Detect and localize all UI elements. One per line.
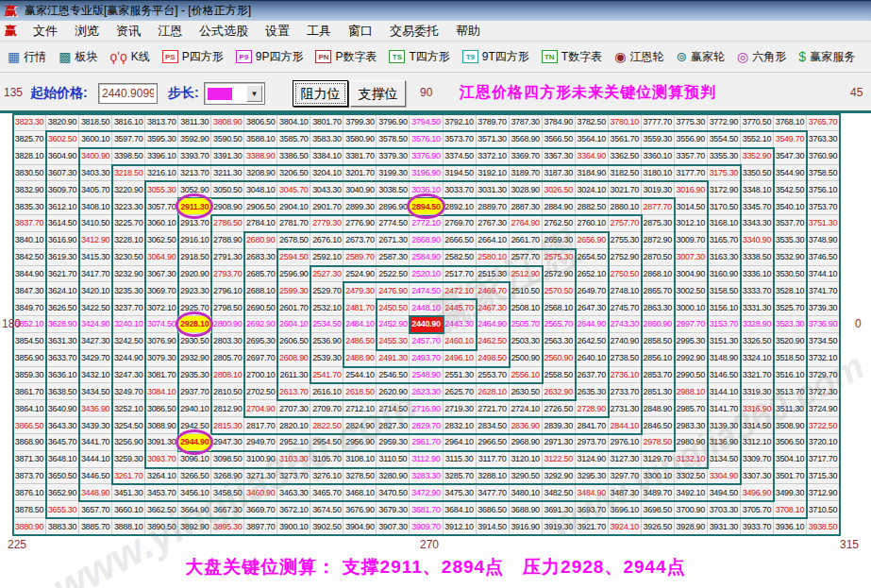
price-cell: 3724.90 xyxy=(807,400,840,417)
price-cell: 2992.90 xyxy=(675,350,708,367)
toolbar: ▦行情▩板块ϙʹϙK线PSP四方形P99P四方形PNP数字表TST四方形T99T… xyxy=(0,42,871,73)
price-cell: 3638.50 xyxy=(46,383,79,400)
price-cell: 2637.70 xyxy=(576,367,609,384)
price-cell: 3062.50 xyxy=(145,232,178,249)
price-cell: 3592.90 xyxy=(178,131,211,148)
price-cell: 3316.90 xyxy=(741,400,774,417)
price-cell: 3247.30 xyxy=(112,367,145,384)
price-cell: 3506.50 xyxy=(774,434,807,451)
menu-item-帮助[interactable]: 帮助 xyxy=(447,21,489,42)
price-cell: 3708.10 xyxy=(774,501,807,518)
price-cell: 2649.70 xyxy=(576,282,609,299)
step-color-dropdown[interactable]: ▼ xyxy=(204,82,265,105)
price-cell: 3933.70 xyxy=(741,518,774,535)
price-cell: 2882.50 xyxy=(576,198,609,215)
hexagon-icon: ◎ xyxy=(737,50,748,63)
price-cell: 2527.30 xyxy=(310,266,343,283)
price-cell: 2841.70 xyxy=(576,417,609,434)
price-cell: 3607.30 xyxy=(46,165,79,182)
price-cell: 3580.90 xyxy=(343,131,377,148)
price-cell: 3470.50 xyxy=(377,484,410,501)
price-cell: 3345.70 xyxy=(741,198,774,215)
menu-item-设置[interactable]: 设置 xyxy=(257,21,298,42)
menu-item-公式选股[interactable]: 公式选股 xyxy=(191,21,257,42)
toolbar-item-行情[interactable]: ▦行情 xyxy=(8,49,46,65)
gann-price-square-window: { "window": { "title": "赢家江恩专业版[赢家服务平台] … xyxy=(0,0,871,588)
price-cell: 2580.10 xyxy=(477,249,510,266)
price-cell: 2971.30 xyxy=(543,434,576,451)
price-cell: 2524.90 xyxy=(343,266,377,283)
toolbar-item-label: 赢家轮 xyxy=(691,49,725,65)
menu-item-交易委托[interactable]: 交易委托 xyxy=(381,21,447,42)
price-cell: 3588.10 xyxy=(244,131,277,148)
price-cell: 3604.90 xyxy=(46,148,79,165)
start-price-input[interactable] xyxy=(98,83,158,104)
price-cell: 3636.10 xyxy=(46,367,79,384)
toolbar-item-T四方形[interactable]: TST四方形 xyxy=(389,49,449,65)
price-cell: 2546.50 xyxy=(377,367,410,384)
toolbar-item-K线[interactable]: ϙʹϙK线 xyxy=(109,49,149,65)
toolbar-item-六角形[interactable]: ◎六角形 xyxy=(737,49,786,65)
price-cell: 3398.50 xyxy=(112,148,145,165)
price-cell: 2836.90 xyxy=(510,417,543,434)
price-cell: 3240.10 xyxy=(112,316,145,333)
resistance-button[interactable]: 阻力位 xyxy=(293,80,348,107)
price-cell: 3621.70 xyxy=(46,266,79,283)
price-cell: 3127.30 xyxy=(609,451,642,468)
price-cell: 3835.30 xyxy=(13,198,46,215)
price-cell: 3057.70 xyxy=(145,198,178,215)
price-cell: 3576.10 xyxy=(410,131,443,148)
menu-item-资讯[interactable]: 资讯 xyxy=(108,21,149,42)
price-cell: 2570.50 xyxy=(543,282,576,299)
price-cell: 2829.70 xyxy=(410,417,443,434)
price-cell: 3895.30 xyxy=(211,518,244,535)
menu-item-江恩[interactable]: 江恩 xyxy=(149,21,191,42)
price-cell: 3873.70 xyxy=(13,468,46,485)
price-cell: 3055.30 xyxy=(145,181,178,198)
toolbar-item-赢家服务[interactable]: $赢家服务 xyxy=(798,49,855,65)
menu-items: 文件浏览资讯江恩公式选股设置工具窗口交易委托帮助 xyxy=(25,21,489,42)
price-cell: 2491.30 xyxy=(377,350,410,367)
toolbar-item-T数字表[interactable]: TNT数字表 xyxy=(542,49,602,65)
menu-item-文件[interactable]: 文件 xyxy=(25,21,66,42)
price-cell: 3801.70 xyxy=(310,114,343,131)
price-cell: 2488.90 xyxy=(343,350,377,367)
price-cell: 3520.90 xyxy=(774,333,807,350)
price-cell: 3352.90 xyxy=(741,148,774,165)
price-cell: 2889.70 xyxy=(477,198,510,215)
menu-item-浏览[interactable]: 浏览 xyxy=(66,21,108,42)
price-cell: 3014.50 xyxy=(675,198,708,215)
toolbar-item-label: 9T四方形 xyxy=(482,49,529,65)
price-cell: 3676.90 xyxy=(343,501,377,518)
toolbar-item-P四方形[interactable]: PSP四方形 xyxy=(162,49,224,65)
price-cell: 3453.70 xyxy=(145,484,178,501)
menu-bar: 赢 文件浏览资讯江恩公式选股设置工具窗口交易委托帮助 xyxy=(0,21,871,42)
price-cell: 3391.30 xyxy=(211,148,244,165)
key-price-cell: 2911.30 xyxy=(178,198,211,215)
price-cell: 3463.30 xyxy=(277,484,310,501)
toolbar-item-板块[interactable]: ▩板块 xyxy=(59,49,97,65)
menu-item-工具[interactable]: 工具 xyxy=(298,21,340,42)
winner-wheel-icon: ⊚ xyxy=(676,50,687,63)
price-cell: 3278.50 xyxy=(343,468,377,485)
menu-item-窗口[interactable]: 窗口 xyxy=(340,21,381,42)
price-cell: 2918.50 xyxy=(178,249,211,266)
price-cell: 3700.90 xyxy=(675,501,708,518)
price-cell: 2899.30 xyxy=(343,198,377,215)
price-cell: 3926.50 xyxy=(642,518,675,535)
price-cell: 3256.90 xyxy=(112,434,145,451)
price-cell: 3304.90 xyxy=(708,468,741,485)
price-cell: 3117.70 xyxy=(477,451,510,468)
price-cell: 3847.30 xyxy=(13,282,46,299)
price-cell: 2517.70 xyxy=(444,266,477,283)
price-cell: 3396.10 xyxy=(145,148,178,165)
support-button[interactable]: 支撑位 xyxy=(350,80,406,107)
toolbar-item-9P四方形[interactable]: P99P四方形 xyxy=(236,49,304,65)
toolbar-item-江恩轮[interactable]: ◉江恩轮 xyxy=(614,49,663,65)
toolbar-item-9T四方形[interactable]: T99T四方形 xyxy=(462,49,529,65)
toolbar-item-赢家轮[interactable]: ⊚赢家轮 xyxy=(676,49,725,65)
price-cell: 3840.10 xyxy=(13,232,46,249)
toolbar-item-P数字表[interactable]: PNP数字表 xyxy=(315,49,377,65)
chevron-down-icon[interactable]: ▼ xyxy=(246,85,262,102)
price-cell: 3571.30 xyxy=(477,131,510,148)
